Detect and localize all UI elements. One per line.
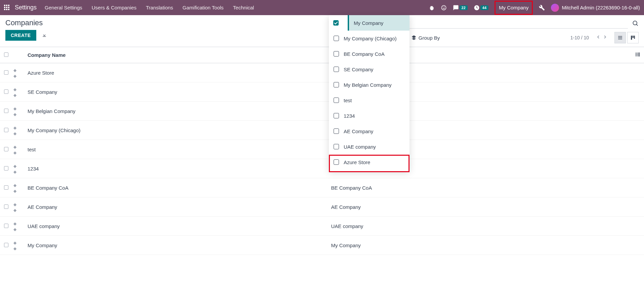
company-checkbox[interactable] <box>334 128 339 134</box>
cell-partner: BE Company CoA <box>327 178 631 197</box>
download-icon[interactable] <box>42 32 47 39</box>
messages-badge: 22 <box>460 5 468 10</box>
company-checkbox[interactable] <box>334 144 339 149</box>
pager[interactable]: 1-10 / 10 <box>570 35 589 40</box>
row-checkbox[interactable] <box>4 224 8 228</box>
company-label: My Company <box>354 20 383 26</box>
row-checkbox[interactable] <box>4 166 8 171</box>
dropdown-company-item[interactable]: UAE company <box>329 139 410 154</box>
view-list-button[interactable] <box>614 32 626 43</box>
apps-icon[interactable] <box>4 5 10 11</box>
drag-handle-icon[interactable]: ◆◆ <box>13 87 16 98</box>
activities-badge: 44 <box>480 5 488 10</box>
drag-handle-icon[interactable]: ◆◆ <box>13 202 16 213</box>
layers-icon <box>411 35 417 40</box>
pager-prev[interactable] <box>596 34 601 41</box>
table-row[interactable]: ◆◆UAE companyUAE company <box>0 217 644 236</box>
drag-handle-icon[interactable]: ◆◆ <box>13 145 16 155</box>
row-checkbox[interactable] <box>4 128 8 132</box>
company-selector[interactable]: My Company <box>495 1 533 15</box>
drag-handle-icon[interactable]: ◆◆ <box>13 183 16 193</box>
company-label: 1234 <box>344 113 355 119</box>
row-checkbox[interactable] <box>4 204 8 209</box>
company-checkbox[interactable] <box>333 20 339 26</box>
table-row[interactable]: ◆◆My Company (Chicago)My Company (Chicag… <box>0 121 644 140</box>
table-row[interactable]: ◆◆Azure StoreAzure Store <box>0 63 644 82</box>
dropdown-company-item[interactable]: My Belgian Company <box>329 77 410 92</box>
navbar: Settings General Settings Users & Compan… <box>0 0 644 15</box>
cell-company-name: My Belgian Company <box>24 102 327 121</box>
table-row[interactable]: ◆◆12341234 <box>0 159 644 178</box>
messages-icon[interactable]: 22 <box>453 5 468 11</box>
groupby-button[interactable]: Group By <box>411 35 440 41</box>
company-checkbox[interactable] <box>334 82 339 87</box>
drag-handle-icon[interactable]: ◆◆ <box>13 221 16 232</box>
select-all-checkbox[interactable] <box>4 52 8 57</box>
row-checkbox[interactable] <box>4 89 8 94</box>
cell-company-name: My Company <box>24 236 327 255</box>
row-checkbox[interactable] <box>4 70 8 75</box>
cell-company-name: AE Company <box>24 197 327 217</box>
company-checkbox[interactable] <box>334 113 339 118</box>
company-checkbox[interactable] <box>334 51 339 57</box>
drag-handle-icon[interactable]: ◆◆ <box>13 125 16 136</box>
view-kanban-button[interactable] <box>627 32 639 43</box>
list-icon <box>617 35 623 40</box>
svg-point-6 <box>639 54 640 55</box>
table-row[interactable]: ◆◆My Belgian CompanyMy Belgian Company <box>0 102 644 121</box>
menu-users-companies[interactable]: Users & Companies <box>92 5 136 10</box>
avatar <box>551 4 559 12</box>
company-label: BE Company CoA <box>344 51 385 57</box>
company-label: test <box>344 98 352 103</box>
menu-gamification-tools[interactable]: Gamification Tools <box>182 5 223 10</box>
dropdown-company-item[interactable]: test <box>329 92 410 108</box>
company-label: My Belgian Company <box>344 82 392 88</box>
table-row[interactable]: ◆◆testtest <box>0 140 644 159</box>
drag-handle-icon[interactable]: ◆◆ <box>13 68 16 78</box>
drag-handle-icon[interactable]: ◆◆ <box>13 164 16 174</box>
drag-handle-icon[interactable]: ◆◆ <box>13 240 16 251</box>
companies-table: Company Name Partner ◆◆Azure StoreAzure … <box>0 47 644 255</box>
kanban-icon <box>630 35 636 40</box>
company-label: SE Company <box>344 67 373 72</box>
developer-tools-icon[interactable] <box>539 5 545 11</box>
row-checkbox[interactable] <box>4 109 8 113</box>
menu-technical[interactable]: Technical <box>233 5 254 10</box>
bug-icon[interactable] <box>429 5 435 11</box>
cell-company-name: test <box>24 140 327 159</box>
user-label: Mitchell Admin (22263690-16-0-all) <box>562 5 640 10</box>
search-icon[interactable] <box>632 20 639 28</box>
column-company-name[interactable]: Company Name <box>24 47 327 63</box>
company-checkbox[interactable] <box>334 67 339 72</box>
svg-point-5 <box>639 53 640 54</box>
menu-translations[interactable]: Translations <box>146 5 173 10</box>
table-row[interactable]: ◆◆BE Company CoABE Company CoA <box>0 178 644 197</box>
company-checkbox[interactable] <box>334 36 339 41</box>
activities-icon[interactable]: 44 <box>474 5 488 11</box>
dropdown-company-item[interactable]: BE Company CoA <box>329 46 410 62</box>
table-row[interactable]: ◆◆My CompanyMy Company <box>0 236 644 255</box>
dropdown-company-item[interactable]: SE Company <box>329 62 410 77</box>
dropdown-company-item[interactable]: My Company (Chicago) <box>329 31 410 46</box>
dropdown-company-item[interactable]: My Company <box>329 15 410 31</box>
company-label: AE Company <box>344 128 373 134</box>
company-checkbox[interactable] <box>334 98 339 103</box>
cell-company-name: 1234 <box>24 159 327 178</box>
row-checkbox[interactable] <box>4 147 8 151</box>
table-row[interactable]: ◆◆SE CompanySE Company <box>0 82 644 102</box>
row-checkbox[interactable] <box>4 243 8 247</box>
table-row[interactable]: ◆◆AE CompanyAE Company <box>0 197 644 217</box>
optional-fields-toggle[interactable] <box>635 52 640 58</box>
row-checkbox[interactable] <box>4 185 8 190</box>
dropdown-company-item[interactable]: AE Company <box>329 123 410 139</box>
dropdown-company-item[interactable]: 1234 <box>329 108 410 123</box>
drag-handle-icon[interactable]: ◆◆ <box>13 106 16 117</box>
support-icon[interactable] <box>441 5 447 11</box>
search-input[interactable] <box>383 18 628 29</box>
menu-general-settings[interactable]: General Settings <box>45 5 82 10</box>
create-button[interactable]: CREATE <box>5 30 36 41</box>
main-menu: General Settings Users & Companies Trans… <box>45 5 428 10</box>
pager-next[interactable] <box>602 34 608 41</box>
user-menu[interactable]: Mitchell Admin (22263690-16-0-all) <box>551 4 640 12</box>
app-brand[interactable]: Settings <box>15 4 37 11</box>
